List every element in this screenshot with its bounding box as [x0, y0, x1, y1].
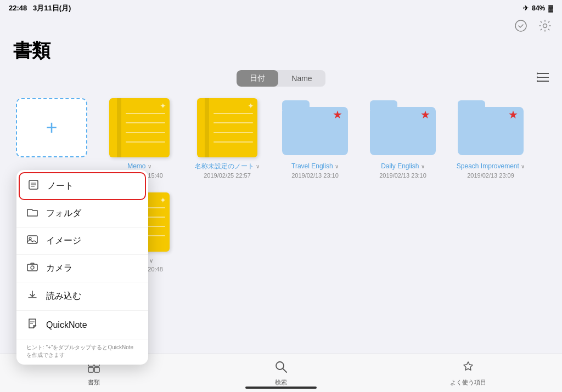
battery-icon: ▓	[548, 4, 553, 12]
list-view-button[interactable]	[537, 72, 549, 85]
dropdown-item-camera[interactable]: カメラ	[16, 255, 148, 282]
daily-english-name: Daily English	[381, 162, 419, 170]
notebook-corner-icon: ✦	[160, 101, 166, 110]
item-daily-english[interactable]: ★ Daily English ∨ 2019/02/13 23:10	[364, 98, 441, 179]
camera-icon	[26, 262, 38, 275]
dropdown-item-import[interactable]: 読み込む	[16, 282, 148, 311]
notebook-corner-icon: ✦	[248, 101, 254, 110]
status-date: 3月11日(月)	[33, 4, 71, 12]
item-travel-english[interactable]: ★ Travel English ∨ 2019/02/13 23:10	[277, 98, 353, 179]
unnamed-note-date: 2019/02/25 22:57	[204, 172, 251, 179]
svg-point-6	[537, 76, 538, 78]
dropdown-item-note[interactable]: ノート	[19, 172, 146, 200]
unnamed-notebook: ✦	[197, 98, 257, 157]
sort-by-name-button[interactable]: Name	[278, 70, 325, 87]
speach-improvement-chevron: ∨	[521, 163, 525, 169]
dropdown-item-folder[interactable]: フォルダ	[16, 200, 148, 228]
speach-improvement-label: Speach Improvement ∨	[457, 162, 525, 171]
memo-chevron: ∨	[148, 163, 151, 169]
dropdown-image-label: イメージ	[46, 235, 81, 247]
dropdown-camera-label: カメラ	[46, 263, 72, 274]
folder-star-icon: ★	[333, 108, 342, 121]
top-toolbar	[0, 15, 562, 38]
svg-point-1	[543, 24, 547, 28]
folder-icon	[26, 207, 38, 220]
sort-bar: 日付 Name	[0, 70, 562, 98]
battery-level: 84%	[532, 4, 545, 12]
item-unnamed-note[interactable]: ✦ 名称未設定のノート ∨ 2019/02/25 22:57	[189, 98, 266, 179]
notebook-line	[126, 122, 165, 123]
image-icon	[26, 235, 38, 247]
notebook-line	[126, 113, 165, 114]
svg-point-5	[537, 72, 538, 75]
unnamed-note-label: 名称未設定のノート ∨	[195, 162, 260, 171]
notebook-line	[213, 141, 253, 143]
sort-by-date-button[interactable]: 日付	[237, 70, 278, 87]
item-speach-improvement[interactable]: ★ Speach Improvement ∨ 2019/02/13 23:09	[452, 98, 529, 179]
memo-thumb: ✦	[101, 98, 178, 158]
daily-english-chevron: ∨	[421, 163, 425, 169]
speach-improvement-thumb: ★	[452, 98, 529, 158]
status-time: 22:48	[9, 4, 27, 12]
svg-rect-14	[27, 264, 37, 271]
nav-favorites[interactable]: よく使う項目	[446, 360, 490, 387]
status-time-date: 22:48 3月11日(月)	[9, 3, 71, 13]
unnamed-note-chevron: ∨	[256, 163, 260, 169]
dropdown-hint: ヒント: "+"をダブルタップするとQuickNoteを作成できます	[16, 339, 148, 365]
dropdown-item-image[interactable]: イメージ	[16, 228, 148, 255]
travel-english-date: 2019/02/13 23:10	[291, 172, 339, 179]
import-icon	[26, 289, 38, 303]
notebook-line	[126, 141, 165, 143]
nav-favorites-label: よく使う項目	[450, 378, 486, 387]
page-title: 書類	[0, 38, 562, 70]
new-item-plus-icon: +	[46, 118, 57, 138]
new-item-thumb: +	[13, 98, 90, 158]
dropdown-quicknote-label: QuickNote	[46, 320, 87, 330]
dropdown-import-label: 読み込む	[46, 291, 81, 302]
svg-line-23	[283, 368, 286, 372]
english-chevron: ∨	[149, 258, 153, 264]
settings-button[interactable]	[537, 18, 553, 34]
status-right: ✈ 84% ▓	[523, 4, 553, 12]
favorites-icon	[462, 360, 475, 377]
travel-english-label: Travel English ∨	[291, 162, 339, 171]
svg-point-7	[537, 80, 538, 82]
unnamed-note-name: 名称未設定のノート	[195, 162, 254, 170]
travel-english-name: Travel English	[291, 162, 333, 170]
speach-improvement-date: 2019/02/13 23:09	[467, 172, 514, 179]
check-button[interactable]	[513, 18, 529, 34]
search-icon	[274, 360, 288, 377]
new-item-button[interactable]: +	[13, 98, 90, 162]
unnamed-note-thumb: ✦	[189, 98, 266, 158]
memo-name: Memo	[127, 162, 145, 170]
travel-english-chevron: ∨	[335, 163, 339, 169]
travel-english-folder: ★	[282, 100, 348, 155]
travel-english-thumb: ★	[277, 98, 353, 158]
airplane-icon: ✈	[523, 4, 529, 12]
dropdown-item-quicknote[interactable]: QuickNote	[16, 311, 148, 339]
folder-star-icon: ★	[420, 108, 430, 121]
dropdown-folder-label: フォルダ	[46, 208, 81, 219]
folder-star-icon: ★	[508, 108, 518, 121]
status-bar: 22:48 3月11日(月) ✈ 84% ▓	[0, 0, 562, 15]
nav-bar-indicator	[245, 387, 317, 389]
svg-point-0	[515, 20, 526, 31]
svg-rect-20	[88, 367, 93, 372]
daily-english-label: Daily English ∨	[381, 162, 425, 171]
nav-search[interactable]: 検索	[259, 360, 303, 387]
svg-point-15	[31, 266, 34, 269]
daily-english-date: 2019/02/13 23:10	[379, 172, 426, 179]
svg-point-13	[29, 237, 31, 240]
item-memo[interactable]: ✦ Memo ∨ 2019/02/25 15:40	[101, 98, 178, 179]
notebook-corner-icon: ✦	[160, 196, 166, 204]
daily-english-folder: ★	[370, 100, 436, 155]
grid-row-1: + ✦ Memo ∨ 2019	[13, 98, 549, 179]
speach-improvement-folder: ★	[458, 100, 524, 155]
notebook-line	[213, 122, 253, 123]
sort-buttons: 日付 Name	[237, 70, 325, 87]
nav-search-label: 検索	[275, 378, 287, 387]
dropdown-note-label: ノート	[47, 180, 74, 192]
notebook-line	[213, 113, 253, 114]
svg-rect-21	[94, 367, 99, 372]
daily-english-thumb: ★	[364, 98, 441, 158]
